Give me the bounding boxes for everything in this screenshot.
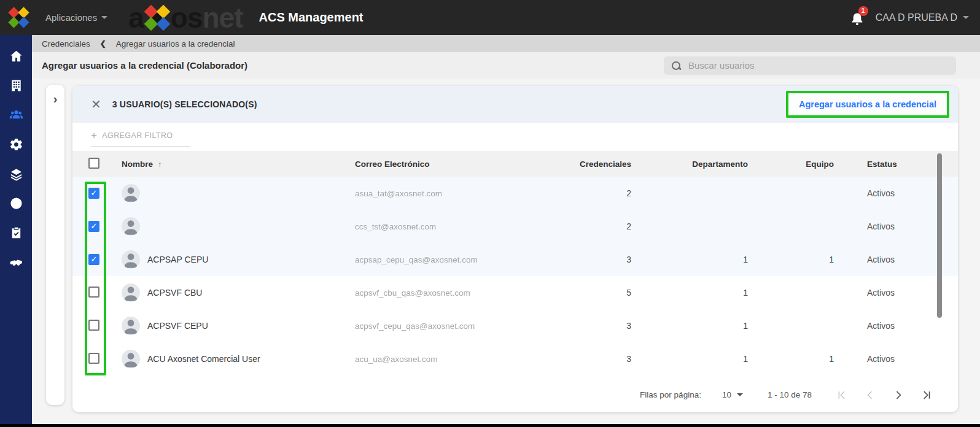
search-icon xyxy=(671,61,681,71)
column-label: Departamento xyxy=(692,160,748,169)
search-box[interactable] xyxy=(664,56,956,75)
table-row[interactable]: ACU Axosnet Comercial Useracu_ua@axosnet… xyxy=(72,342,958,375)
user-email-cell: acpsvf_cbu_qas@axosnet.com xyxy=(355,288,470,298)
user-email-cell: acpsvf_cepu_qas@axosnet.com xyxy=(355,321,475,331)
vertical-scrollbar[interactable] xyxy=(937,153,942,318)
sidebar-item-users[interactable] xyxy=(0,101,32,131)
breadcrumb-current: Agregar usuarios a la credencial xyxy=(116,39,235,48)
department-cell: 1 xyxy=(631,255,748,264)
column-header-name[interactable]: Nombre↑ xyxy=(122,160,355,169)
sidebar-item-home[interactable] xyxy=(0,42,32,72)
sidebar-item-layers[interactable] xyxy=(0,160,32,190)
user-name-cell: ACPSAP CEPU xyxy=(147,255,208,264)
credentials-cell: 3 xyxy=(558,321,631,331)
row-checkbox[interactable] xyxy=(88,353,99,364)
users-icon xyxy=(9,108,23,125)
sidebar-item-partners[interactable] xyxy=(0,248,32,278)
previous-page-button[interactable] xyxy=(863,388,877,402)
team-cell: 1 xyxy=(748,255,834,264)
breadcrumb-parent[interactable]: Credenciales xyxy=(42,39,90,48)
layers-icon xyxy=(9,167,23,183)
user-name-cell: ACPSVF CEPU xyxy=(147,321,208,331)
left-sidebar xyxy=(0,35,32,424)
table-row[interactable]: ✓asua_tat@axosnet.com2Activos xyxy=(72,177,958,210)
team-cell: 1 xyxy=(748,354,834,364)
users-table-card: ✕ 3 USUARIO(S) SELECCIONADO(S) Agregar u… xyxy=(72,86,958,412)
row-checkbox[interactable]: ✓ xyxy=(88,221,99,232)
status-cell: Activos xyxy=(867,221,895,231)
department-cell: 1 xyxy=(631,288,748,298)
status-cell: Activos xyxy=(867,354,895,364)
close-icon[interactable]: ✕ xyxy=(91,98,101,110)
brand-letters-os: os xyxy=(171,1,203,34)
page-title: Agregar usuarios a la credencial (Colabo… xyxy=(42,60,247,71)
column-header-equipo[interactable]: Equipo xyxy=(748,160,834,169)
breadcrumb-back-icon[interactable]: ❮ xyxy=(100,39,106,48)
row-checkbox[interactable] xyxy=(88,320,99,331)
user-avatar xyxy=(122,283,140,302)
sidebar-item-company[interactable] xyxy=(0,72,32,101)
add-users-to-credential-button[interactable]: Agregar usuarios a la credencial xyxy=(799,99,936,109)
select-all-checkbox[interactable] xyxy=(88,158,99,169)
credentials-cell: 2 xyxy=(558,221,631,231)
sidebar-item-settings[interactable] xyxy=(0,131,32,160)
last-page-icon xyxy=(920,389,933,401)
applications-menu[interactable]: Aplicaciones xyxy=(45,12,107,23)
row-checkbox[interactable] xyxy=(88,287,99,298)
next-page-button[interactable] xyxy=(892,388,905,402)
expand-panel-button[interactable]: › xyxy=(46,85,64,405)
column-label: Equipo xyxy=(806,160,834,169)
column-header-email[interactable]: Correo Electrónico xyxy=(355,160,558,169)
notification-badge: 1 xyxy=(858,6,868,16)
sidebar-item-web[interactable] xyxy=(0,190,32,219)
credentials-cell: 2 xyxy=(558,188,631,198)
add-filter-label: AGREGAR FILTRO xyxy=(102,131,173,140)
pagination-bar: Filas por página: 10 1 - 10 de 78 xyxy=(72,377,958,412)
table-header-row: Nombre↑Correo ElectrónicoCredencialesDep… xyxy=(72,151,958,177)
row-checkbox[interactable]: ✓ xyxy=(88,254,99,265)
chevron-down-icon xyxy=(737,393,743,396)
credentials-cell: 5 xyxy=(558,288,631,298)
column-label: Correo Electrónico xyxy=(355,160,430,169)
table-row[interactable]: ✓ACPSAP CEPUacpsap_cepu_qas@axosnet.com3… xyxy=(72,243,958,276)
search-input[interactable] xyxy=(688,60,949,71)
brand-watermark: a os net xyxy=(128,1,243,34)
table-row[interactable]: ACPSVF CEPUacpsvf_cepu_qas@axosnet.com31… xyxy=(72,309,958,342)
selected-count-label: 3 USUARIO(S) SELECCIONADO(S) xyxy=(112,99,257,109)
first-page-button[interactable] xyxy=(835,388,849,402)
page-header: Agregar usuarios a la credencial (Colabo… xyxy=(32,52,980,79)
selection-bar: ✕ 3 USUARIO(S) SELECCIONADO(S) Agregar u… xyxy=(72,86,958,123)
user-email-cell: ccs_tst@axosnet.com xyxy=(355,222,436,231)
rows-per-page-value: 10 xyxy=(722,390,731,399)
user-avatar xyxy=(122,317,140,335)
sidebar-item-tasks[interactable] xyxy=(0,219,32,248)
top-navbar: Aplicaciones a os net ACS Management 1 C… xyxy=(0,0,980,35)
add-filter-button[interactable]: + AGREGAR FILTRO xyxy=(91,128,190,147)
chevron-left-icon xyxy=(864,389,876,401)
brand-letter-a: a xyxy=(128,1,144,34)
chevron-down-icon xyxy=(963,16,969,19)
user-email-cell: asua_tat@axosnet.com xyxy=(355,189,442,198)
user-account-menu[interactable]: CAA D PRUEBA D xyxy=(876,12,969,23)
home-icon xyxy=(9,49,23,66)
table-row[interactable]: ACPSVF CBUacpsvf_cbu_qas@axosnet.com51Ac… xyxy=(72,276,958,309)
credentials-cell: 3 xyxy=(558,255,631,264)
pagination-range: 1 - 10 de 78 xyxy=(768,390,812,399)
department-cell: 1 xyxy=(631,321,748,331)
row-checkbox[interactable]: ✓ xyxy=(88,188,99,199)
last-page-button[interactable] xyxy=(920,388,933,402)
table-row[interactable]: ✓ccs_tst@axosnet.com2Activos xyxy=(72,210,958,243)
brand-letters-net: net xyxy=(203,1,243,34)
user-avatar xyxy=(122,350,140,368)
notifications-bell-icon[interactable]: 1 xyxy=(849,9,867,27)
sort-ascending-icon: ↑ xyxy=(158,160,162,169)
column-header-credenciales[interactable]: Credenciales xyxy=(558,160,631,169)
plus-icon: + xyxy=(91,131,97,140)
rows-per-page-select[interactable]: 10 xyxy=(722,390,743,399)
user-email-cell: acu_ua@axosnet.com xyxy=(355,355,438,364)
status-cell: Activos xyxy=(867,321,895,331)
chevron-right-icon xyxy=(892,389,904,401)
column-header-departamento[interactable]: Departamento xyxy=(631,160,748,169)
breadcrumb: Credenciales ❮ Agregar usuarios a la cre… xyxy=(32,35,980,52)
user-name: CAA D PRUEBA D xyxy=(876,12,957,23)
